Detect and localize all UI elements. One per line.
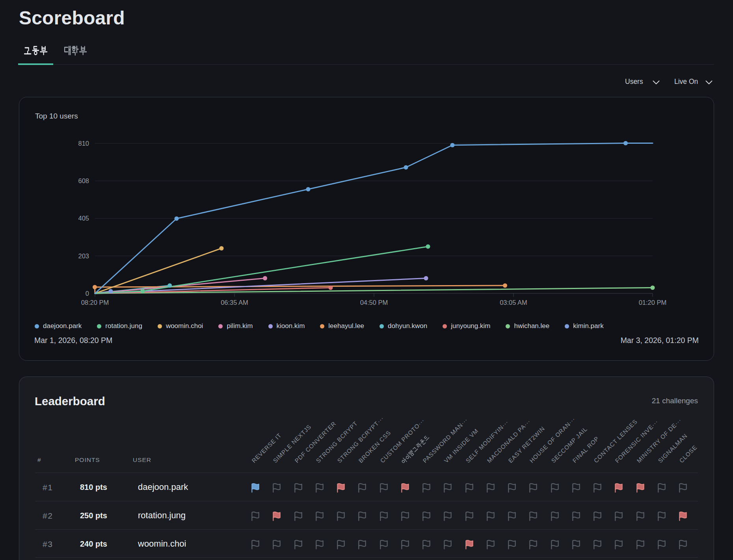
svg-text:0: 0 [86,290,89,297]
svg-text:01:20 PM: 01:20 PM [639,299,667,306]
svg-text:405: 405 [78,215,89,222]
svg-text:608: 608 [78,177,89,184]
svg-text:203: 203 [78,252,89,260]
svg-text:810: 810 [78,140,89,147]
svg-text:08:20 PM: 08:20 PM [81,299,109,306]
svg-text:06:35 AM: 06:35 AM [221,299,248,306]
svg-text:04:50 PM: 04:50 PM [360,299,388,306]
svg-text:03:05 AM: 03:05 AM [500,299,527,306]
